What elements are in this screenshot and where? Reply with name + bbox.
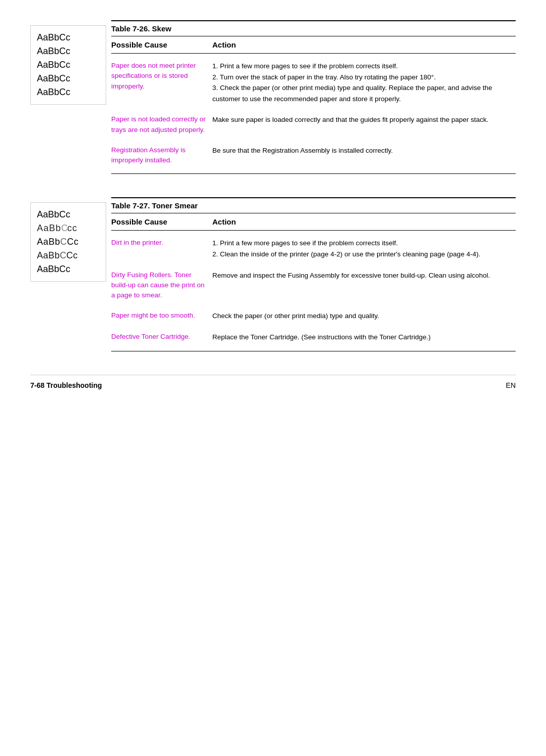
section-skew: AaBbCc AaBbCc AaBbCc AaBbCc AaBbCc Table…	[30, 20, 516, 177]
toner-cause-1: Dirt in the printer.	[111, 238, 212, 248]
sample-text-col-toner: AaBbCc AaBbCcc AaBbCCc AaBbCCc AaBbCc	[30, 197, 111, 354]
skew-row-1: Paper does not meet printer specificatio…	[111, 56, 516, 109]
smear-line-5: AaBbCc	[37, 262, 100, 276]
page-footer: 7-68 Troubleshooting EN	[30, 375, 516, 389]
page-content: AaBbCc AaBbCc AaBbCc AaBbCc AaBbCc Table…	[30, 20, 516, 389]
sample-line-4: AaBbCc	[37, 72, 100, 85]
header-cause-toner: Possible Cause	[111, 217, 212, 226]
toner-cause-3: Paper might be too smooth.	[111, 310, 212, 321]
skew-action-2: Make sure paper is loaded correctly and …	[212, 114, 516, 125]
toner-cause-2: Dirty Fusing Rollers. Toner build-up can…	[111, 270, 212, 301]
header-cause-skew: Possible Cause	[111, 40, 212, 49]
smear-line-3: AaBbCCc	[37, 235, 100, 249]
toner-divider	[111, 351, 516, 351]
sample-line-2: AaBbCc	[37, 45, 100, 58]
toner-action-4: Replace the Toner Cartridge. (See instru…	[212, 332, 516, 343]
toner-row-1: Dirt in the printer. 1. Print a few more…	[111, 233, 516, 264]
sample-text-box-toner: AaBbCc AaBbCcc AaBbCCc AaBbCCc AaBbCc	[30, 202, 106, 282]
toner-cause-4: Defective Toner Cartridge.	[111, 332, 212, 342]
table-toner-header: Possible Cause Action	[111, 213, 516, 231]
header-action-toner: Action	[212, 217, 516, 226]
sample-line-5: AaBbCc	[37, 85, 100, 99]
sample-text-box-skew: AaBbCc AaBbCc AaBbCc AaBbCc AaBbCc	[30, 25, 106, 105]
skew-cause-3: Registration Assembly is improperly inst…	[111, 145, 212, 166]
smear-line-1: AaBbCc	[37, 208, 100, 221]
footer-page-label: 7-68 Troubleshooting	[30, 381, 102, 389]
smear-line-4: AaBbCCc	[37, 249, 100, 262]
table-skew: Table 7-26. Skew Possible Cause Action P…	[111, 20, 516, 177]
table-toner-smear: Table 7-27. Toner Smear Possible Cause A…	[111, 197, 516, 354]
skew-divider	[111, 173, 516, 174]
table-toner-smear-title: Table 7-27. Toner Smear	[111, 197, 516, 213]
skew-cause-1: Paper does not meet printer specificatio…	[111, 61, 212, 92]
smear-line-2: AaBbCcc	[37, 221, 100, 235]
header-action-skew: Action	[212, 40, 516, 49]
sample-line-1: AaBbCc	[37, 31, 100, 45]
skew-action-1: 1. Print a few more pages to see if the …	[212, 61, 516, 104]
toner-action-3: Check the paper (or other print media) t…	[212, 310, 516, 322]
toner-row-2: Dirty Fusing Rollers. Toner build-up can…	[111, 265, 516, 306]
skew-row-3: Registration Assembly is improperly inst…	[111, 140, 516, 171]
toner-row-3: Paper might be too smooth. Check the pap…	[111, 305, 516, 327]
toner-action-2: Remove and inspect the Fusing Assembly f…	[212, 270, 516, 281]
sample-text-col-skew: AaBbCc AaBbCc AaBbCc AaBbCc AaBbCc	[30, 20, 111, 177]
skew-action-3: Be sure that the Registration Assembly i…	[212, 145, 516, 156]
toner-row-4: Defective Toner Cartridge. Replace the T…	[111, 327, 516, 348]
toner-action-1: 1. Print a few more pages to see if the …	[212, 238, 516, 259]
table-skew-header: Possible Cause Action	[111, 36, 516, 54]
sample-line-3: AaBbCc	[37, 58, 100, 72]
skew-cause-2: Paper is not loaded correctly or trays a…	[111, 114, 212, 135]
table-skew-title: Table 7-26. Skew	[111, 20, 516, 36]
section-toner-smear: AaBbCc AaBbCcc AaBbCCc AaBbCCc AaBbCc Ta…	[30, 197, 516, 354]
skew-row-2: Paper is not loaded correctly or trays a…	[111, 109, 516, 140]
footer-language: EN	[506, 381, 516, 389]
